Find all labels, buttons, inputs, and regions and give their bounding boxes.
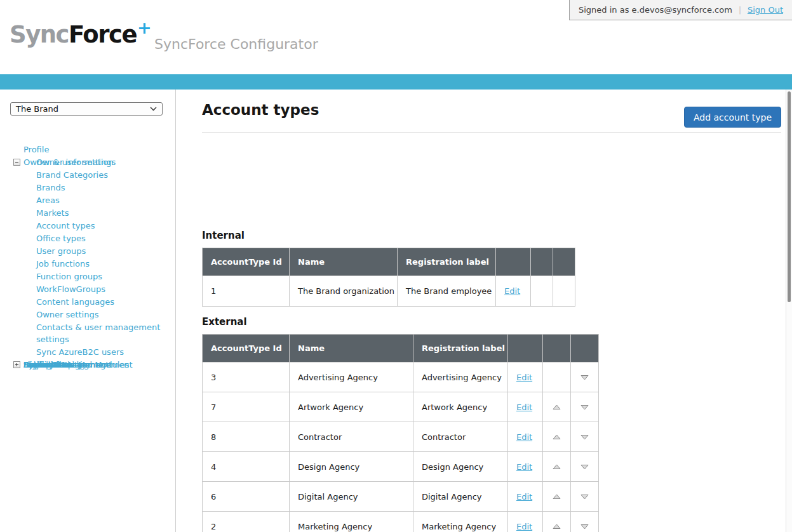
- triangle-down-icon: [581, 524, 589, 529]
- table-row: 3Advertising AgencyAdvertising AgencyEdi…: [203, 362, 599, 392]
- sidebar-item[interactable]: Function groups: [0, 270, 176, 283]
- sidebar-item[interactable]: Content languages: [0, 296, 176, 309]
- move-up-cell: [542, 452, 570, 482]
- account-types-table: AccountType IdNameRegistration label3Adv…: [202, 334, 599, 532]
- move-up-button[interactable]: [553, 464, 561, 470]
- move-down-button[interactable]: [581, 524, 589, 529]
- cell-accounttype-id: 2: [203, 512, 290, 532]
- sidebar-item[interactable]: Markets: [0, 207, 176, 220]
- sidebar-item[interactable]: Owner settings: [0, 309, 176, 321]
- move-up-button[interactable]: [553, 494, 561, 500]
- signin-box: Signed in as e.devos@syncforce.com | Sig…: [569, 0, 792, 20]
- move-down-button[interactable]: [581, 404, 589, 410]
- edit-link[interactable]: Edit: [516, 522, 532, 531]
- move-up-cell: [542, 482, 570, 512]
- account-types-table: AccountType IdNameRegistration label1The…: [202, 248, 575, 307]
- app-title: SyncForce Configurator: [154, 36, 318, 52]
- brand-selector[interactable]: The Brand: [10, 102, 163, 116]
- move-up-button[interactable]: [553, 434, 561, 440]
- table-row: 8ContractorContractorEdit: [203, 422, 599, 452]
- sidebar-item[interactable]: Account types: [0, 220, 176, 232]
- sidebar-item-label: Job functions: [36, 259, 90, 269]
- move-down-cell: [570, 482, 598, 512]
- move-down-button[interactable]: [581, 494, 589, 500]
- sidebar-item-label: User groups: [36, 246, 86, 256]
- triangle-up-icon: [553, 494, 561, 500]
- cell-registration-label: Advertising Agency: [413, 362, 508, 392]
- sign-out-link[interactable]: Sign Out: [748, 5, 783, 15]
- edit-link[interactable]: Edit: [516, 402, 532, 412]
- cell-registration-label: Design Agency: [413, 452, 508, 482]
- edit-link[interactable]: Edit: [516, 432, 532, 442]
- sidebar-item-label: Owner settings: [36, 310, 98, 319]
- move-down-button[interactable]: [581, 434, 589, 440]
- triangle-up-icon: [553, 464, 561, 470]
- sidebar-item[interactable]: Job functions: [0, 258, 176, 270]
- sidebar-item[interactable]: Sync AzureB2C users: [0, 346, 176, 359]
- move-up-button[interactable]: [553, 524, 561, 529]
- column-header-empty: [570, 335, 598, 362]
- plus-box-icon[interactable]: [13, 361, 20, 368]
- sidebar-item[interactable]: Brand Identity: [0, 359, 94, 371]
- chevron-down-icon: [150, 107, 157, 111]
- edit-link[interactable]: Edit: [504, 286, 520, 296]
- cell-registration-label: Contractor: [413, 422, 508, 452]
- column-header: Name: [290, 335, 413, 362]
- sidebar-item-label: Sync AzureB2C users: [36, 347, 124, 357]
- scrollbar-track: [786, 90, 792, 532]
- cell-edit: Edit: [496, 276, 531, 307]
- sidebar-item[interactable]: Office types: [0, 232, 176, 245]
- sidebar-item-label: Account types: [36, 221, 95, 230]
- scrollbar-thumb[interactable]: [788, 91, 791, 302]
- move-up-cell: [542, 392, 570, 422]
- cell-name: Artwork Agency: [290, 392, 413, 422]
- column-header: Registration label: [398, 248, 496, 276]
- sidebar-item-label: Profile: [23, 145, 49, 154]
- move-up-cell: [542, 512, 570, 532]
- main-content: Account types Add account type InternalA…: [202, 90, 781, 532]
- section-heading: Internal: [202, 230, 575, 241]
- move-up-cell: [542, 422, 570, 452]
- table-row: 1The Brand organizationThe Brand employe…: [203, 276, 575, 307]
- cell-name: The Brand organization: [290, 276, 398, 307]
- move-up-cell: [531, 276, 553, 307]
- triangle-down-icon: [581, 434, 589, 440]
- edit-link[interactable]: Edit: [516, 492, 532, 502]
- logo-sync-text: Sync: [10, 21, 69, 48]
- sidebar-item[interactable]: WorkFlowGroups: [0, 283, 176, 296]
- sidebar-item[interactable]: Areas: [0, 194, 176, 207]
- sidebar-item[interactable]: Brands: [0, 182, 176, 194]
- move-down-button[interactable]: [581, 375, 589, 380]
- move-down-button[interactable]: [581, 464, 589, 470]
- triangle-up-icon: [553, 524, 561, 529]
- cell-name: Contractor: [290, 422, 413, 452]
- edit-link[interactable]: Edit: [516, 462, 532, 472]
- table-row: 4Design AgencyDesign AgencyEdit: [203, 452, 599, 482]
- sidebar-item[interactable]: User groups: [0, 245, 176, 258]
- sidebar-item[interactable]: Contacts & user management settings: [0, 321, 176, 346]
- syncforce-logo: SyncForce+: [10, 19, 152, 46]
- sidebar-item[interactable]: Owner information: [0, 156, 176, 169]
- triangle-up-icon: [553, 434, 561, 440]
- cell-registration-label: Marketing Agency: [413, 512, 508, 532]
- sidebar-item-label: Markets: [36, 208, 69, 218]
- sidebar-item-label: Office types: [36, 234, 86, 243]
- cell-name: Marketing Agency: [290, 512, 413, 532]
- section-external: ExternalAccountType IdNameRegistration l…: [202, 316, 599, 532]
- triangle-up-icon: [553, 404, 561, 410]
- sidebar-item-label: Content languages: [36, 297, 114, 307]
- cell-edit: Edit: [507, 362, 542, 392]
- add-account-type-button[interactable]: Add account type: [684, 107, 781, 128]
- cell-accounttype-id: 4: [203, 452, 290, 482]
- signin-separator: |: [739, 6, 741, 15]
- sidebar-item[interactable]: Brand Categories: [0, 169, 176, 182]
- table-row: 7Artwork AgencyArtwork AgencyEdit: [203, 392, 599, 422]
- sidebar-item-label: Function groups: [36, 272, 102, 281]
- move-up-button[interactable]: [553, 404, 561, 410]
- table-header-row: AccountType IdNameRegistration label: [203, 248, 575, 276]
- move-down-cell: [570, 452, 598, 482]
- sidebar-item[interactable]: Profile: [0, 143, 176, 156]
- section-heading: External: [202, 316, 599, 328]
- table-header-row: AccountType IdNameRegistration label: [203, 335, 599, 362]
- edit-link[interactable]: Edit: [516, 373, 532, 382]
